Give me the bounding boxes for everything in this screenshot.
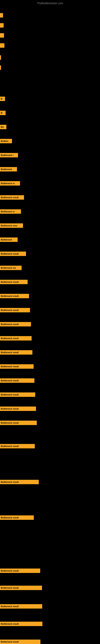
bar-item-14: Bottleneck re [0, 209, 21, 214]
bar-item-8: Bo [0, 125, 6, 129]
bar-item-9: Bottlen [0, 139, 12, 143]
bar-item-2 [0, 33, 4, 38]
bar-item-18: Bottleneck res [0, 266, 22, 270]
bar-item-23: Bottleneck result [0, 336, 32, 340]
site-title: TheBottlenecker.com [37, 2, 63, 5]
bar-item-22: Bottleneck result [0, 322, 31, 326]
bar-item-7: B [0, 111, 6, 115]
bar-item-27: Bottleneck result [0, 392, 35, 397]
bar-item-21: Bottleneck result [0, 308, 30, 312]
bar-item-4 [0, 55, 1, 60]
bar-item-31: Bottleneck result [0, 480, 39, 484]
bar-item-15: Bottleneck resu [0, 224, 23, 228]
bar-item-16: Bottleneck [0, 238, 18, 242]
bar-item-17: Bottleneck result [0, 252, 26, 256]
bar-item-11: Bottleneck [0, 167, 17, 172]
bar-item-0 [0, 13, 3, 18]
bar-item-29: Bottleneck result [0, 420, 37, 425]
bar-item-20: Bottleneck result [0, 294, 29, 298]
bar-item-3 [0, 43, 4, 48]
bar-item-26: Bottleneck result [0, 378, 34, 383]
bar-item-5 [0, 66, 1, 70]
bar-item-37: Bottleneck result [0, 640, 40, 644]
bar-item-33: Bottleneck result [0, 568, 40, 573]
bar-item-12: Bottleneck re [0, 181, 20, 186]
bar-item-24: Bottleneck result [0, 350, 32, 354]
bar-item-19: Bottleneck result [0, 280, 28, 284]
bar-item-13: Bottleneck result [0, 195, 24, 200]
bar-item-1 [0, 23, 3, 28]
bar-item-28: Bottleneck result [0, 406, 36, 411]
bar-item-30: Bottleneck result [0, 444, 35, 448]
bar-item-36: Bottleneck result [0, 622, 42, 626]
bar-item-10: Bottleneck r [0, 153, 18, 158]
bar-item-6: B [0, 96, 5, 101]
bar-item-25: Bottleneck result [0, 364, 34, 369]
bar-item-32: Bottleneck result [0, 516, 34, 520]
bar-item-35: Bottleneck result [0, 604, 42, 608]
bar-item-34: Bottleneck result [0, 586, 42, 590]
